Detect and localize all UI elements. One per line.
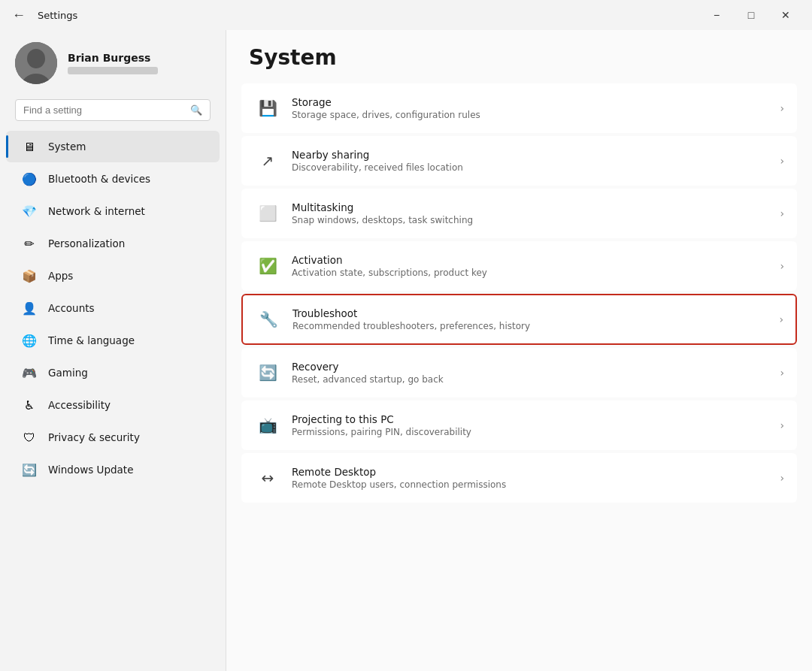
close-button[interactable]: ✕ — [768, 3, 803, 27]
settings-text-projecting: Projecting to this PC Permissions, pairi… — [292, 413, 772, 437]
settings-icon-activation: ✅ — [254, 252, 281, 280]
settings-list: 💾 Storage Storage space, drives, configu… — [226, 77, 812, 671]
settings-icon-projecting: 📺 — [254, 412, 281, 439]
user-info: Brian Burgess — [68, 52, 158, 74]
nav-icon-time: 🌐 — [21, 332, 38, 349]
settings-text-multitasking: Multitasking Snap windows, desktops, tas… — [292, 201, 772, 225]
settings-desc-multitasking: Snap windows, desktops, task switching — [292, 215, 772, 225]
sidebar-item-accounts[interactable]: 👤 Accounts — [6, 292, 220, 324]
user-name: Brian Burgess — [68, 52, 158, 64]
settings-icon-nearby-sharing: ↗ — [254, 147, 281, 174]
minimize-button[interactable]: − — [699, 3, 734, 27]
nav-label-network: Network & internet — [48, 205, 145, 217]
settings-text-nearby-sharing: Nearby sharing Discoverability, received… — [292, 149, 772, 173]
settings-item-troubleshoot[interactable]: 🔧 Troubleshoot Recommended troubleshoote… — [241, 294, 797, 345]
settings-item-projecting[interactable]: 📺 Projecting to this PC Permissions, pai… — [241, 400, 797, 450]
settings-arrow-nearby-sharing: › — [780, 155, 784, 167]
settings-item-remote-desktop[interactable]: ↔ Remote Desktop Remote Desktop users, c… — [241, 453, 797, 503]
settings-title-multitasking: Multitasking — [292, 201, 772, 213]
settings-item-multitasking[interactable]: ⬜ Multitasking Snap windows, desktops, t… — [241, 189, 797, 238]
settings-title-storage: Storage — [292, 96, 772, 108]
nav-label-personalization: Personalization — [48, 237, 125, 249]
settings-item-storage[interactable]: 💾 Storage Storage space, drives, configu… — [241, 83, 797, 133]
settings-arrow-troubleshoot: › — [779, 313, 783, 325]
sidebar-item-apps[interactable]: 📦 Apps — [6, 260, 220, 292]
settings-desc-projecting: Permissions, pairing PIN, discoverabilit… — [292, 427, 772, 437]
nav-icon-bluetooth: 🔵 — [21, 171, 38, 187]
nav-label-accessibility: Accessibility — [48, 399, 111, 411]
app-body: Brian Burgess 🔍 🖥 System 🔵 Bluetooth & d… — [0, 30, 812, 671]
settings-desc-storage: Storage space, drives, configuration rul… — [292, 110, 772, 120]
settings-text-activation: Activation Activation state, subscriptio… — [292, 254, 772, 278]
settings-title-nearby-sharing: Nearby sharing — [292, 149, 772, 161]
sidebar-item-personalization[interactable]: ✏️ Personalization — [6, 228, 220, 259]
nav-label-apps: Apps — [48, 270, 73, 282]
settings-text-recovery: Recovery Reset, advanced startup, go bac… — [292, 361, 772, 385]
nav-label-windowsupdate: Windows Update — [48, 464, 133, 476]
sidebar-item-network[interactable]: 💎 Network & internet — [6, 195, 220, 227]
title-bar-left: ← Settings — [9, 5, 77, 26]
sidebar: Brian Burgess 🔍 🖥 System 🔵 Bluetooth & d… — [0, 30, 226, 671]
nav-icon-windowsupdate: 🔄 — [21, 461, 38, 478]
nav-label-bluetooth: Bluetooth & devices — [48, 173, 150, 185]
settings-item-activation[interactable]: ✅ Activation Activation state, subscript… — [241, 241, 797, 291]
settings-title-troubleshoot: Troubleshoot — [292, 307, 771, 319]
sidebar-item-gaming[interactable]: 🎮 Gaming — [6, 357, 220, 388]
nav-icon-apps: 📦 — [21, 267, 38, 284]
settings-title-remote-desktop: Remote Desktop — [292, 466, 772, 478]
back-button[interactable]: ← — [9, 5, 29, 26]
settings-arrow-multitasking: › — [780, 207, 784, 219]
user-email — [68, 67, 158, 74]
settings-arrow-activation: › — [780, 260, 784, 272]
maximize-button[interactable]: □ — [734, 3, 768, 27]
main-header: System — [226, 30, 812, 77]
nav-icon-personalization: ✏️ — [21, 235, 38, 252]
settings-desc-recovery: Reset, advanced startup, go back — [292, 374, 772, 385]
nav-icon-network: 💎 — [21, 203, 38, 219]
settings-desc-troubleshoot: Recommended troubleshooters, preferences… — [292, 321, 771, 331]
settings-icon-recovery: 🔄 — [254, 359, 281, 386]
settings-title-projecting: Projecting to this PC — [292, 413, 772, 425]
settings-text-storage: Storage Storage space, drives, configura… — [292, 96, 772, 120]
sidebar-item-windowsupdate[interactable]: 🔄 Windows Update — [6, 454, 220, 485]
window-title: Settings — [38, 10, 77, 21]
nav-label-system: System — [48, 141, 86, 153]
sidebar-item-privacy[interactable]: 🛡 Privacy & security — [6, 422, 220, 453]
nav-label-privacy: Privacy & security — [48, 431, 140, 443]
page-title: System — [249, 45, 789, 70]
settings-icon-troubleshoot: 🔧 — [255, 306, 282, 333]
nav-label-gaming: Gaming — [48, 367, 88, 379]
settings-icon-multitasking: ⬜ — [254, 200, 281, 227]
title-bar-controls: − □ ✕ — [699, 3, 803, 27]
settings-desc-activation: Activation state, subscriptions, product… — [292, 267, 772, 278]
svg-point-1 — [27, 49, 45, 68]
nav-icon-privacy: 🛡 — [21, 429, 38, 446]
settings-title-activation: Activation — [292, 254, 772, 266]
avatar — [15, 42, 57, 84]
nav-icon-system: 🖥 — [21, 138, 38, 155]
sidebar-item-accessibility[interactable]: ♿ Accessibility — [6, 389, 220, 421]
settings-item-recovery[interactable]: 🔄 Recovery Reset, advanced startup, go b… — [241, 348, 797, 397]
settings-arrow-projecting: › — [780, 419, 784, 431]
main-content: System 💾 Storage Storage space, drives, … — [226, 30, 812, 671]
settings-desc-remote-desktop: Remote Desktop users, connection permiss… — [292, 479, 772, 490]
user-section: Brian Burgess — [0, 30, 226, 96]
search-icon: 🔍 — [190, 104, 202, 116]
sidebar-item-system[interactable]: 🖥 System — [6, 131, 220, 162]
sidebar-item-time[interactable]: 🌐 Time & language — [6, 325, 220, 356]
settings-item-nearby-sharing[interactable]: ↗ Nearby sharing Discoverability, receiv… — [241, 136, 797, 186]
nav-container: 🖥 System 🔵 Bluetooth & devices 💎 Network… — [0, 130, 226, 486]
settings-arrow-storage: › — [780, 102, 784, 114]
settings-arrow-remote-desktop: › — [780, 472, 784, 484]
settings-desc-nearby-sharing: Discoverability, received files location — [292, 162, 772, 173]
settings-text-troubleshoot: Troubleshoot Recommended troubleshooters… — [292, 307, 771, 331]
nav-icon-gaming: 🎮 — [21, 364, 38, 381]
sidebar-item-bluetooth[interactable]: 🔵 Bluetooth & devices — [6, 163, 220, 195]
settings-icon-remote-desktop: ↔ — [254, 464, 281, 491]
settings-title-recovery: Recovery — [292, 361, 772, 373]
settings-text-remote-desktop: Remote Desktop Remote Desktop users, con… — [292, 466, 772, 490]
search-box[interactable]: 🔍 — [15, 99, 211, 121]
nav-label-time: Time & language — [48, 334, 135, 346]
title-bar: ← Settings − □ ✕ — [0, 0, 812, 30]
search-input[interactable] — [23, 104, 184, 116]
